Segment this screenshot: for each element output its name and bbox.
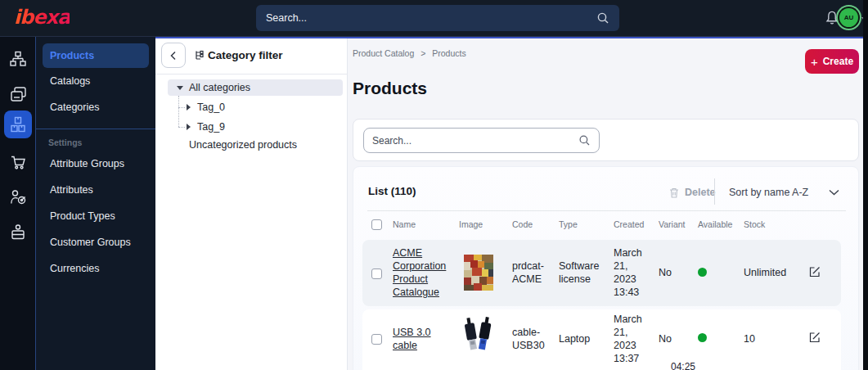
ibexa-logo[interactable]: ibexa (14, 6, 70, 29)
personnel-badge-icon[interactable] (4, 219, 32, 246)
column-header-variant: Variant (659, 219, 693, 229)
main-content: Product Catalog > Products + Create Prod… (348, 38, 863, 370)
trash-icon (669, 187, 679, 198)
customer-target-icon[interactable] (4, 183, 32, 211)
table-row[interactable]: ACME Corporation Product Catalogue prdca… (362, 240, 841, 306)
sort-dropdown[interactable]: Sort by name A-Z (729, 187, 839, 198)
table-header-row: Name Image Code Type Created Variant Ava… (362, 219, 841, 232)
product-code: cable-USB30 (512, 326, 555, 352)
product-search-card (353, 119, 859, 161)
chevron-left-icon (169, 51, 178, 61)
product-thumbnail (461, 317, 495, 358)
sidebar-item-attribute-groups[interactable]: Attribute Groups (36, 151, 155, 177)
column-header-type: Type (559, 219, 609, 229)
product-code: prdcat-ACME (512, 259, 555, 286)
tree-item-label: All categories (189, 82, 250, 93)
avatar[interactable]: AU (839, 8, 858, 27)
sidebar-item-products[interactable]: Products (43, 43, 149, 68)
panel-title: Category filter (208, 49, 283, 61)
collapse-panel-button[interactable] (161, 43, 186, 68)
product-created: March 21, 2023 13:37 (614, 313, 653, 365)
list-header-divider (367, 210, 846, 211)
tree-item-uncategorized[interactable]: Uncategorized products (189, 137, 297, 153)
icon-rail (0, 37, 35, 370)
toolbar-separator (714, 178, 715, 205)
menu-divider (36, 129, 155, 129)
content-top-accent-line (155, 37, 863, 38)
row-checkbox[interactable] (371, 268, 382, 279)
product-type: Software license (559, 259, 609, 286)
list-title: List (110) (368, 185, 416, 197)
row-checkbox[interactable] (371, 334, 382, 345)
tree-item-tag0[interactable]: Tag_0 (187, 99, 225, 115)
column-header-created: Created (614, 219, 653, 229)
table-row[interactable]: USB 3.0 cable (362, 309, 841, 370)
breadcrumb: Product Catalog > Products (353, 48, 466, 58)
create-button-label: Create (823, 56, 853, 67)
product-list-card: List (110) Delete Sort by name A-Z Name … (353, 166, 859, 370)
content-stack-icon[interactable] (4, 80, 32, 108)
sidebar-item-customer-groups[interactable]: Customer Groups (36, 229, 155, 255)
create-button[interactable]: + Create (805, 49, 859, 74)
caret-right-icon[interactable] (187, 104, 191, 111)
site-structure-icon[interactable] (4, 45, 32, 73)
edit-icon (808, 265, 821, 278)
delete-button-label: Delete (685, 187, 716, 198)
tree-guide-line (178, 107, 185, 108)
clipped-next-row-created: 04:25 (671, 361, 695, 370)
sort-dropdown-label: Sort by name A-Z (729, 187, 808, 198)
global-search-input[interactable] (266, 12, 596, 24)
sidebar-item-catalogs[interactable]: Catalogs (36, 68, 155, 94)
global-search[interactable] (256, 5, 619, 31)
column-header-image: Image (459, 219, 505, 229)
edit-button[interactable] (808, 331, 821, 346)
topbar: ibexa AU (0, 0, 868, 37)
tree-item-all-categories[interactable]: All categories (168, 79, 343, 96)
category-tree-icon (194, 50, 205, 61)
product-variant: No (659, 332, 693, 345)
column-header-available: Available (698, 219, 739, 229)
product-type: Laptop (559, 332, 609, 345)
tree-item-label: Uncategorized products (189, 139, 297, 151)
page-title: Products (353, 79, 427, 98)
sidebar-item-attributes[interactable]: Attributes (36, 177, 155, 203)
caret-down-icon[interactable] (177, 86, 183, 90)
available-dot (698, 268, 707, 277)
product-stock: 10 (744, 332, 803, 345)
breadcrumb-product-catalog[interactable]: Product Catalog (353, 48, 414, 58)
breadcrumb-products[interactable]: Products (432, 48, 465, 58)
sidebar-item-product-types[interactable]: Product Types (36, 203, 155, 229)
available-dot (698, 333, 707, 342)
category-filter-panel: Category filter All categories Tag_0 Tag… (155, 38, 348, 370)
select-all-checkbox[interactable] (371, 219, 382, 230)
sidebar-item-currencies[interactable]: Currencies (36, 255, 155, 282)
edit-button[interactable] (808, 265, 821, 281)
window-scrollbar-strip[interactable] (863, 0, 868, 370)
product-stock: Unlimited (744, 266, 803, 279)
cart-icon[interactable] (4, 148, 32, 176)
product-name-link[interactable]: USB 3.0 cable (393, 326, 455, 352)
settings-section-label: Settings (36, 134, 155, 151)
tree-guide-line (178, 127, 185, 128)
sidebar-item-categories[interactable]: Categories (36, 94, 155, 120)
tree-item-label: Tag_9 (197, 121, 225, 133)
breadcrumb-separator: > (421, 48, 425, 58)
chevron-down-icon (829, 189, 839, 196)
sidebar-menu: Products Catalogs Categories Settings At… (35, 37, 155, 370)
tree-item-label: Tag_0 (197, 102, 225, 113)
caret-right-icon[interactable] (187, 124, 191, 130)
edit-icon (808, 331, 821, 344)
search-icon (596, 11, 609, 25)
product-search-field[interactable] (363, 128, 600, 153)
column-header-stock: Stock (744, 219, 803, 229)
product-boxes-icon[interactable] (4, 111, 32, 138)
product-variant: No (659, 266, 693, 279)
delete-button[interactable]: Delete (669, 187, 716, 198)
product-name-link[interactable]: ACME Corporation Product Catalogue (393, 246, 455, 299)
bell-icon[interactable] (824, 10, 840, 26)
tree-item-tag9[interactable]: Tag_9 (187, 119, 225, 135)
column-header-name: Name (393, 219, 455, 229)
search-icon (578, 134, 591, 147)
plus-icon: + (811, 56, 818, 68)
product-search-input[interactable] (372, 135, 578, 147)
